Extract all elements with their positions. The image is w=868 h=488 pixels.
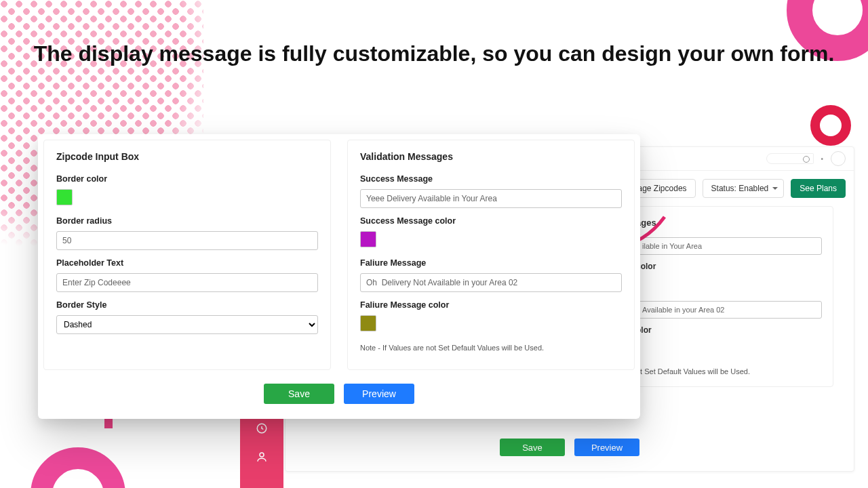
border-style-select[interactable]: Dashed	[56, 315, 318, 334]
user-icon[interactable]	[256, 451, 268, 466]
bg-failure-color-label: olor	[636, 325, 822, 335]
status-dropdown[interactable]: Status: Enabled	[703, 179, 785, 198]
zipcode-card-title: Zipcode Input Box	[56, 151, 318, 162]
failure-color-label: Faliure Message color	[360, 300, 622, 310]
background-card-title: ages	[636, 218, 822, 228]
bg-note: ot Set Default Values will be Used.	[636, 367, 822, 375]
failure-message-label: Faliure Message	[360, 258, 622, 268]
decorative-ring-bottom-left	[31, 447, 125, 488]
success-message-input[interactable]	[360, 189, 622, 208]
zipcode-input-card: Zipcode Input Box Border color Border ra…	[43, 140, 331, 370]
border-radius-label: Border radius	[56, 216, 318, 226]
avatar[interactable]	[831, 151, 846, 166]
placeholder-text-input[interactable]	[56, 273, 318, 292]
border-color-swatch[interactable]	[56, 189, 73, 205]
save-button[interactable]: Save	[264, 384, 334, 404]
search-input-stub[interactable]	[766, 153, 814, 164]
see-plans-button[interactable]: See Plans	[791, 179, 846, 198]
validation-note: Note - If Values are not Set Default Val…	[360, 344, 622, 352]
decorative-ring-middle-right	[810, 105, 851, 146]
failure-color-swatch[interactable]	[360, 315, 376, 331]
success-color-label: Success Message color	[360, 216, 622, 226]
front-action-row: Save Preview	[43, 384, 635, 404]
validation-messages-card: Validation Messages Success Message Succ…	[347, 140, 635, 370]
app-sidebar-strip	[240, 417, 283, 488]
border-color-label: Border color	[56, 174, 318, 184]
background-action-row: Save Preview	[285, 439, 854, 456]
bg-preview-button[interactable]: Preview	[574, 439, 639, 456]
foreground-settings-panel: Zipcode Input Box Border color Border ra…	[38, 134, 640, 419]
kebab-icon[interactable]: •	[821, 155, 824, 163]
svg-point-1	[260, 453, 264, 457]
success-message-label: Success Message	[360, 174, 622, 184]
success-color-swatch[interactable]	[360, 231, 376, 247]
background-validation-card: ages color olor ot Set Default Values wi…	[625, 206, 833, 387]
bg-save-button[interactable]: Save	[500, 439, 565, 456]
bg-success-input[interactable]	[636, 237, 822, 255]
preview-button[interactable]: Preview	[344, 384, 414, 404]
clock-icon[interactable]	[256, 422, 268, 437]
bg-failure-input[interactable]	[636, 301, 822, 319]
bg-success-color-label: color	[636, 262, 822, 271]
border-style-label: Border Style	[56, 300, 318, 310]
placeholder-text-label: Placeholder Text	[56, 258, 318, 268]
failure-message-input[interactable]	[360, 273, 622, 292]
validation-card-title: Validation Messages	[360, 151, 622, 162]
page-headline: The display message is fully customizabl…	[0, 39, 868, 68]
border-radius-input[interactable]	[56, 231, 318, 250]
